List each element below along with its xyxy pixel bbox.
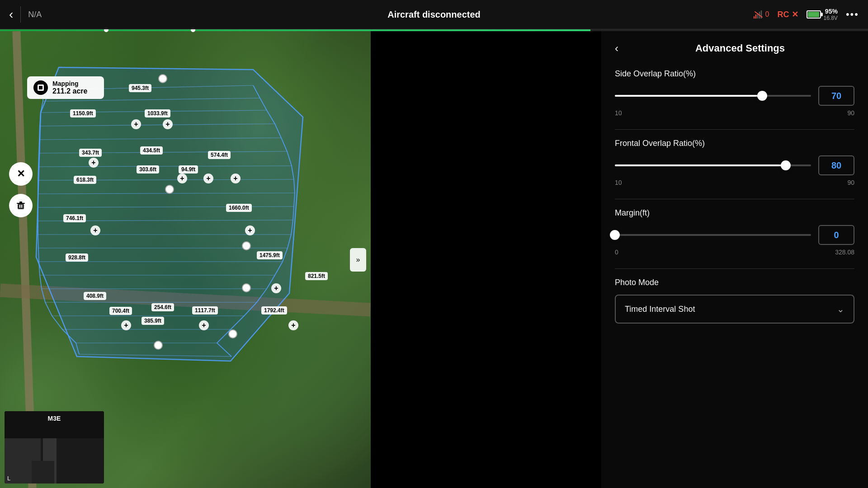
battery-info: 95% 16.8V xyxy=(824,8,838,21)
plus-marker[interactable]: + xyxy=(245,225,255,235)
side-overlap-max: 90 xyxy=(847,109,854,117)
dist-label: 1117.7ft xyxy=(192,306,218,314)
vertex-marker[interactable] xyxy=(165,185,174,194)
frontal-overlap-max: 90 xyxy=(847,179,854,186)
plus-marker[interactable]: + xyxy=(203,174,213,183)
dist-label: 821.5ft xyxy=(305,272,328,280)
frontal-overlap-section: Frontal Overlap Ratio(%) 80 10 90 xyxy=(615,139,854,186)
dist-label: 618.3ft xyxy=(74,176,96,184)
svg-rect-32 xyxy=(21,205,22,208)
margin-slider[interactable] xyxy=(615,234,811,236)
vertex-marker[interactable] xyxy=(154,341,163,350)
dist-label: 385.9ft xyxy=(142,317,164,325)
svg-rect-39 xyxy=(32,461,54,483)
margin-label: Margin(ft) xyxy=(615,208,854,218)
margin-min: 0 xyxy=(615,249,618,256)
plus-marker[interactable]: + xyxy=(199,320,209,330)
plus-marker[interactable]: + xyxy=(89,158,99,168)
frontal-overlap-label: Frontal Overlap Ratio(%) xyxy=(615,139,854,148)
plus-marker[interactable]: + xyxy=(121,320,131,330)
margin-range: 0 328.08 xyxy=(615,249,854,256)
dist-label: 94.9ft xyxy=(179,165,198,174)
map-area[interactable]: Mapping 211.2 acre 945.3ft 1150.9ft 1033… xyxy=(0,31,371,488)
battery-percent: 95% xyxy=(825,8,838,15)
vertex-marker[interactable] xyxy=(158,74,167,83)
dist-label: 303.6ft xyxy=(137,165,159,174)
mapping-title: Mapping xyxy=(52,80,87,87)
side-overlap-slider[interactable] xyxy=(615,95,811,97)
margin-section: Margin(ft) 0 0 328.08 xyxy=(615,208,854,256)
plus-marker[interactable]: + xyxy=(163,119,173,129)
side-overlap-label: Side Overlap Ratio(%) xyxy=(615,69,854,79)
dist-label: 1033.9ft xyxy=(145,109,170,117)
dist-label: 1475.9ft xyxy=(257,251,283,259)
photo-mode-section: Photo Mode Timed Interval Shot ⌄ xyxy=(615,278,854,324)
progress-bar xyxy=(0,29,868,31)
frontal-overlap-thumb[interactable] xyxy=(781,160,791,170)
frontal-overlap-value[interactable]: 80 xyxy=(818,155,854,175)
svg-rect-31 xyxy=(19,205,20,208)
svg-rect-34 xyxy=(19,202,22,203)
dist-label: 700.4ft xyxy=(109,307,132,315)
chevron-down-icon: ⌄ xyxy=(837,304,844,314)
panel-header: ‹ Advanced Settings xyxy=(615,42,854,55)
frontal-overlap-row: 80 xyxy=(615,155,854,175)
plus-marker[interactable]: + xyxy=(231,174,241,183)
more-button[interactable]: ••• xyxy=(846,9,859,20)
camera-preview-image xyxy=(5,411,104,483)
camera-model-label: M3E xyxy=(48,415,61,422)
mapping-value: 211.2 acre xyxy=(52,87,87,95)
mapping-icon xyxy=(33,80,48,95)
dist-label: 434.5ft xyxy=(140,146,163,155)
side-overlap-min: 10 xyxy=(615,109,622,117)
dist-label: 254.6ft xyxy=(151,303,174,311)
dist-label: 408.9ft xyxy=(84,292,106,300)
close-button[interactable]: ✕ xyxy=(9,162,33,186)
delete-button[interactable] xyxy=(9,194,33,217)
plus-marker[interactable]: + xyxy=(288,320,298,330)
side-overlap-range: 10 90 xyxy=(615,109,854,117)
signal-count: 0 xyxy=(765,10,769,19)
progress-fill xyxy=(0,29,590,31)
side-overlap-row: 70 xyxy=(615,86,854,106)
aircraft-name: N/A xyxy=(28,10,42,19)
divider-3 xyxy=(615,268,854,269)
margin-max: 328.08 xyxy=(835,249,854,256)
plus-marker[interactable]: + xyxy=(131,119,141,129)
svg-rect-29 xyxy=(39,86,42,89)
vertex-marker[interactable] xyxy=(242,283,251,292)
side-overlap-thumb[interactable] xyxy=(757,91,767,101)
divider-2 xyxy=(615,199,854,199)
dist-label: 343.7ft xyxy=(79,149,102,157)
frontal-overlap-slider[interactable] xyxy=(615,164,811,166)
photo-mode-dropdown[interactable]: Timed Interval Shot ⌄ xyxy=(615,295,854,324)
plus-marker[interactable]: + xyxy=(271,283,281,293)
frontal-overlap-fill xyxy=(615,164,786,166)
margin-value[interactable]: 0 xyxy=(818,225,854,245)
back-button[interactable]: ‹ xyxy=(9,7,13,22)
dist-label: 1792.4ft xyxy=(261,306,287,314)
dist-label: 746.1ft xyxy=(63,214,86,222)
photo-mode-label: Photo Mode xyxy=(615,278,854,287)
battery-section: 95% 16.8V xyxy=(807,8,838,21)
vertex-marker[interactable] xyxy=(228,329,237,338)
svg-rect-30 xyxy=(18,204,24,209)
side-overlap-value[interactable]: 70 xyxy=(818,86,854,106)
svg-rect-33 xyxy=(17,203,25,204)
dist-label: 1660.0ft xyxy=(226,204,252,212)
frontal-overlap-range: 10 90 xyxy=(615,179,854,186)
photo-mode-value: Timed Interval Shot xyxy=(625,305,695,314)
panel-back-button[interactable]: ‹ xyxy=(615,42,618,55)
header-controls: 0 RC ✕ 95% 16.8V ••• xyxy=(754,8,859,21)
camera-preview: M3E L xyxy=(5,411,104,483)
plus-marker[interactable]: + xyxy=(90,225,100,235)
expand-button[interactable]: » xyxy=(350,248,366,272)
mapping-text: Mapping 211.2 acre xyxy=(52,80,87,95)
vertex-marker[interactable] xyxy=(242,241,251,250)
battery-icon xyxy=(807,10,821,19)
side-overlap-section: Side Overlap Ratio(%) 70 10 90 xyxy=(615,69,854,117)
margin-thumb[interactable] xyxy=(610,230,620,240)
margin-row: 0 xyxy=(615,225,854,245)
dist-label: 945.3ft xyxy=(129,84,151,92)
plus-marker[interactable]: + xyxy=(177,174,187,183)
